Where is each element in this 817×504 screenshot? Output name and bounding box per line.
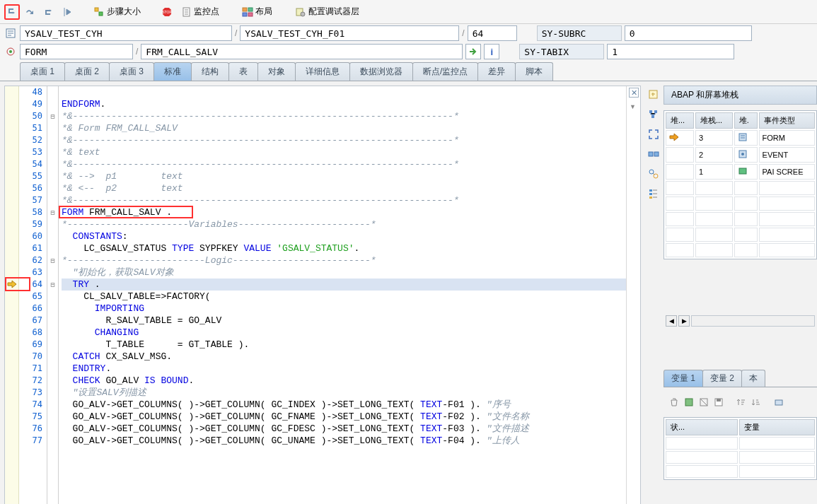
stack-row[interactable]: 2EVENT: [666, 147, 815, 163]
tab-标准[interactable]: 标准: [153, 62, 192, 81]
svg-rect-7: [243, 13, 247, 16]
sy-subrc-value[interactable]: [625, 25, 752, 41]
step-out-icon[interactable]: [41, 4, 57, 20]
stack-row[interactable]: 3FORM: [666, 130, 815, 146]
svg-rect-8: [248, 13, 253, 16]
svg-rect-23: [649, 193, 652, 195]
watchpoint-label: 监控点: [194, 6, 219, 18]
event-type-field[interactable]: [20, 44, 133, 59]
svg-rect-25: [739, 134, 746, 141]
right-pane: ABAP 和屏幕堆栈 堆...堆栈...堆.事件类型 3FORM2EVENT1P…: [664, 86, 817, 504]
vars-header[interactable]: 变量: [739, 419, 815, 435]
sy-tabix-label: SY-TABIX: [519, 44, 604, 59]
code-area[interactable]: ENDFORM.*&------------------------------…: [59, 86, 626, 504]
svg-rect-28: [739, 168, 746, 174]
scroll-left-icon[interactable]: ◀: [666, 315, 677, 327]
new-session-icon[interactable]: [647, 88, 660, 101]
vars-table[interactable]: 状...变量: [664, 417, 817, 480]
vars-tab[interactable]: 本: [741, 370, 765, 387]
stack-header[interactable]: 事件类型: [759, 112, 815, 129]
step-over-icon[interactable]: [23, 4, 38, 20]
event-name-field[interactable]: [141, 44, 463, 59]
vars-tab[interactable]: 变量 2: [702, 370, 742, 387]
svg-point-27: [741, 153, 744, 156]
step-into-icon[interactable]: [4, 4, 20, 20]
vars-tab[interactable]: 变量 1: [664, 370, 703, 387]
desktop-tabs: 桌面 1桌面 2桌面 3标准结构表对象详细信息数据浏览器断点/监控点差异脚本: [0, 61, 817, 81]
stack-row[interactable]: 1PAI SCREE: [666, 164, 815, 180]
svg-rect-29: [685, 399, 693, 406]
vars-toolbar: [664, 393, 817, 411]
program-include-field[interactable]: [240, 25, 459, 41]
sy-tabix-value[interactable]: [607, 44, 734, 59]
tab-差异[interactable]: 差异: [477, 62, 516, 81]
stack-header[interactable]: 堆栈...: [695, 112, 733, 129]
fold-gutter[interactable]: ⊟⊟⊟⊟: [47, 86, 59, 504]
watchpoint-button[interactable]: 监控点: [178, 4, 224, 20]
program-main-field[interactable]: [20, 25, 232, 41]
compare-icon[interactable]: [647, 148, 660, 160]
stop-icon[interactable]: STOP: [159, 4, 175, 20]
step-size-label: 步骤大小: [107, 6, 141, 18]
stack-table[interactable]: 堆...堆栈...堆.事件类型 3FORM2EVENT1PAI SCREE: [664, 110, 817, 259]
tab-桌面 1[interactable]: 桌面 1: [20, 62, 65, 81]
info-icon[interactable]: i: [484, 44, 499, 59]
fullscreen-icon[interactable]: [647, 128, 660, 141]
tab-详细信息[interactable]: 详细信息: [295, 62, 350, 81]
scroll-right-icon[interactable]: ▶: [678, 315, 690, 327]
sy-subrc-label: SY-SUBRC: [537, 25, 622, 41]
program-icon: [4, 27, 17, 40]
delete-icon[interactable]: [668, 396, 680, 409]
detail-icon[interactable]: [683, 396, 695, 409]
tab-数据浏览器[interactable]: 数据浏览器: [349, 62, 413, 81]
svg-rect-5: [243, 8, 247, 11]
step-size-button[interactable]: 步骤大小: [89, 4, 145, 20]
tab-断点/监控点[interactable]: 断点/监控点: [412, 62, 478, 81]
services-icon[interactable]: [647, 187, 660, 200]
tab-结构[interactable]: 结构: [191, 62, 229, 81]
svg-rect-6: [248, 8, 253, 11]
tab-桌面 3[interactable]: 桌面 3: [109, 62, 154, 81]
svg-text:STOP: STOP: [162, 10, 172, 14]
vars-tool-icon[interactable]: [772, 396, 785, 409]
change-icon[interactable]: [697, 396, 710, 409]
svg-rect-18: [649, 152, 653, 156]
breakpoint-gutter[interactable]: [5, 86, 19, 504]
stack-title: ABAP 和屏幕堆栈: [664, 86, 817, 105]
layout-label: 布局: [255, 6, 272, 18]
svg-rect-16: [654, 110, 657, 113]
stack-header[interactable]: 堆...: [666, 112, 694, 129]
step-continue-icon[interactable]: [59, 4, 75, 20]
nav-row-1: / / SY-SUBRC: [0, 24, 817, 42]
line-numbers: 4849505152535455565758596061626364656667…: [19, 86, 47, 504]
config-debug-layer-button[interactable]: 配置调试器层: [291, 4, 364, 20]
svg-rect-32: [717, 399, 721, 402]
svg-rect-19: [654, 152, 659, 156]
main-toolbar: 步骤大小 STOP 监控点 布局 配置调试器层: [0, 0, 817, 24]
goto-icon[interactable]: [465, 44, 481, 59]
line-field[interactable]: [468, 25, 517, 41]
tab-表[interactable]: 表: [228, 62, 258, 81]
svg-rect-0: [95, 8, 98, 11]
stack-header[interactable]: 堆.: [734, 112, 758, 129]
tab-桌面 2[interactable]: 桌面 2: [64, 62, 110, 81]
sort-asc-icon[interactable]: [735, 396, 748, 409]
vars-tabs: 变量 1变量 2本: [664, 370, 817, 387]
editor-side-toolbar: [644, 81, 664, 504]
svg-rect-17: [651, 115, 654, 118]
link-icon[interactable]: [647, 168, 660, 180]
sort-desc-icon[interactable]: [750, 396, 763, 409]
tab-脚本[interactable]: 脚本: [515, 62, 553, 81]
save-var-icon[interactable]: [712, 396, 725, 409]
tab-对象[interactable]: 对象: [257, 62, 296, 81]
svg-rect-1: [99, 12, 103, 16]
vars-header[interactable]: 状...: [666, 419, 738, 435]
svg-rect-22: [649, 189, 652, 192]
svg-rect-15: [649, 110, 652, 113]
tree-icon[interactable]: [647, 108, 660, 121]
layout-button[interactable]: 布局: [238, 4, 277, 20]
close-editor-icon[interactable]: ✕: [629, 88, 639, 98]
svg-rect-24: [649, 197, 652, 199]
code-editor: 4849505152535455565758596061626364656667…: [4, 86, 641, 504]
event-icon: [4, 45, 17, 58]
